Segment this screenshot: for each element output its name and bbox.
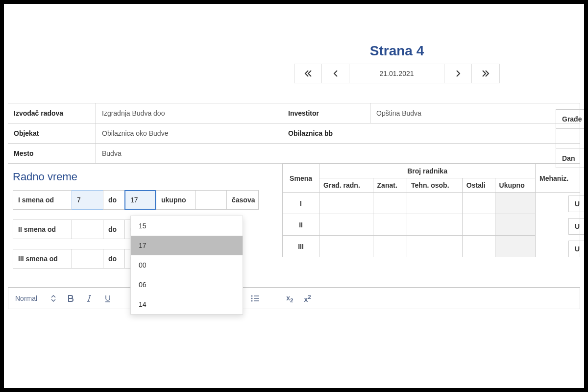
th-ostali: Os­tali	[462, 178, 495, 193]
dropdown-option[interactable]: 06	[131, 275, 243, 294]
shift1-label: I smena od	[13, 190, 72, 210]
u-button-1[interactable]: U	[568, 196, 584, 212]
radno-vreme-title: Radno vreme	[13, 171, 277, 183]
mesto-label: Mesto	[8, 144, 96, 163]
cell[interactable]	[407, 193, 463, 214]
time-dropdown[interactable]: 15 17 00 06 14	[130, 216, 243, 315]
gradje-label: Građe	[556, 109, 584, 129]
dropdown-option-selected[interactable]: 17	[131, 236, 243, 255]
nav-last-button[interactable]	[472, 64, 499, 83]
svg-point-2	[251, 300, 253, 302]
cell[interactable]	[373, 214, 407, 236]
underline-icon[interactable]	[104, 294, 112, 302]
bold-icon[interactable]	[67, 294, 74, 302]
cell[interactable]	[373, 193, 407, 214]
casova-label: časova	[226, 190, 259, 210]
izvodjac-value: Izgradnja Budva doo	[96, 103, 282, 123]
shift3-label: III smena od	[13, 249, 72, 269]
current-date[interactable]: 21.01.2021	[349, 64, 444, 83]
nav-prev-button[interactable]	[322, 64, 349, 83]
cell[interactable]	[407, 214, 463, 236]
nav-next-button[interactable]	[444, 64, 472, 83]
editor-toolbar: Normal x2 x2	[8, 288, 580, 309]
shift-row-1: I smena od do ukupno časova	[13, 190, 277, 210]
format-select[interactable]: Normal	[15, 294, 56, 302]
objekat-label: Objekat	[8, 123, 96, 143]
cell[interactable]	[319, 193, 373, 214]
cell[interactable]	[462, 236, 495, 257]
cell[interactable]	[462, 193, 495, 214]
shift2-label: II smena od	[13, 220, 72, 239]
objekat-value: Obilaznica oko Budve	[96, 123, 282, 143]
shift1-to-input[interactable]	[130, 196, 150, 204]
shift3-from-input[interactable]	[77, 255, 98, 263]
superscript-icon[interactable]: x2	[304, 294, 311, 303]
investitor-label: Investitor	[282, 103, 370, 123]
italic-icon[interactable]	[85, 294, 93, 302]
subscript-icon[interactable]: x2	[286, 294, 293, 303]
cell[interactable]	[462, 214, 495, 236]
th-grad: Građ. radn.	[319, 178, 373, 193]
do-label-3: do	[103, 249, 124, 269]
shift1-from-input[interactable]	[77, 196, 98, 204]
th-smena: Smena	[283, 164, 319, 193]
gradje-empty	[556, 129, 584, 148]
dropdown-option[interactable]: 14	[131, 294, 243, 314]
page-title: Strana 4	[294, 43, 500, 59]
dan-label: Dan	[556, 148, 584, 168]
th-broj-radnika: Broj radnika	[319, 164, 536, 178]
shift1-total	[195, 190, 226, 210]
cell[interactable]	[319, 214, 373, 236]
cell-ukupno	[495, 236, 535, 257]
cell-ukupno	[495, 193, 535, 214]
mesto-value: Budva	[96, 144, 282, 163]
izvodjac-label: Izvođač radova	[8, 103, 96, 123]
investitor-value: Opština Budva	[370, 103, 580, 123]
do-label-2: do	[103, 220, 124, 239]
date-nav: 21.01.2021	[294, 64, 500, 83]
svg-point-1	[251, 298, 253, 299]
broj-radnika-table: Smena Broj radnika Mehaniz. Građ. radn. …	[282, 164, 580, 257]
svg-point-0	[251, 295, 253, 297]
row-smena-3: III	[283, 236, 319, 257]
shift2-from-input[interactable]	[77, 225, 98, 233]
th-ukupno: Ukupno	[495, 178, 535, 193]
cell[interactable]	[407, 236, 463, 257]
cell[interactable]	[373, 236, 407, 257]
u-button-2[interactable]: U	[568, 218, 584, 235]
th-zanat: Zanat.	[373, 178, 407, 193]
cell-ukupno	[495, 214, 535, 236]
u-button-3[interactable]: U	[568, 241, 584, 257]
th-tehn: Tehn. osob.	[407, 178, 463, 193]
objekat-addr: Obilaznica bb	[282, 123, 580, 143]
do-label: do	[103, 190, 124, 210]
row-smena-2: II	[283, 214, 319, 236]
format-select-label: Normal	[15, 294, 37, 302]
nav-first-button[interactable]	[294, 64, 322, 83]
mesto-extra	[282, 144, 580, 163]
dropdown-option[interactable]: 00	[131, 255, 243, 275]
row-smena-1: I	[283, 193, 319, 214]
dropdown-option[interactable]: 15	[131, 216, 243, 236]
list-bullet-icon[interactable]	[251, 294, 260, 302]
cell[interactable]	[319, 236, 373, 257]
ukupno-label: ukupno	[156, 190, 195, 210]
